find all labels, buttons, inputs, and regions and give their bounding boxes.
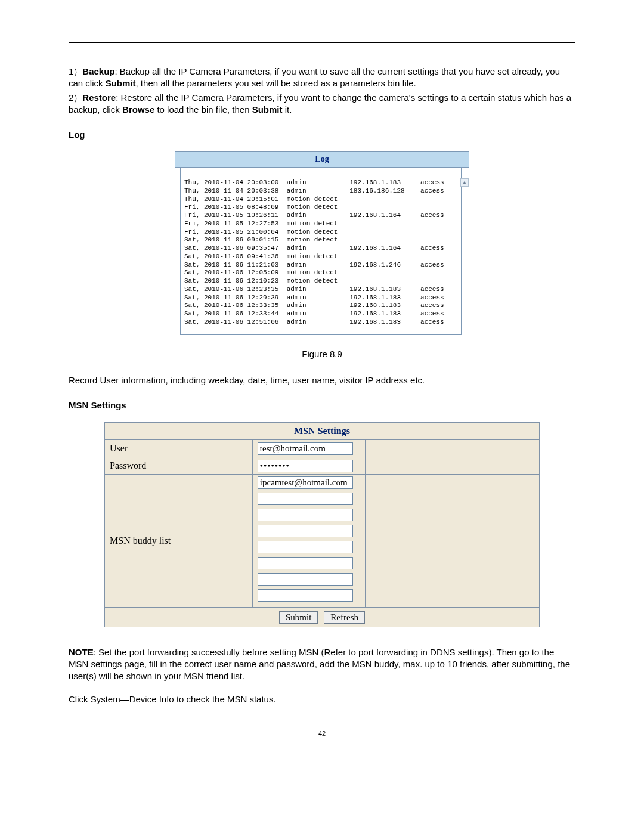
password-label: Password: [105, 457, 253, 474]
button-row: Submit Refresh: [105, 607, 540, 627]
spacer: [366, 474, 540, 607]
buddy-input-2[interactable]: [258, 509, 353, 521]
password-input[interactable]: [258, 460, 353, 472]
note-bold: NOTE: [69, 647, 94, 657]
buddy-input-1[interactable]: [258, 493, 353, 505]
buddy-list-cell: [252, 474, 366, 607]
spacer: [366, 457, 540, 474]
browse-bold: Browse: [122, 104, 154, 114]
backup-bold: Backup: [82, 66, 114, 76]
scroll-up-icon[interactable]: ▲: [460, 178, 469, 187]
spacer: [366, 439, 540, 457]
restore-bold: Restore: [82, 92, 116, 103]
log-description: Record User information, including weekd…: [69, 374, 575, 386]
figure-caption: Figure 8.9: [69, 348, 575, 360]
log-heading: Log: [69, 129, 575, 141]
log-panel: Log ▲ Thu, 2010-11-04 20:03:00 admin 192…: [175, 151, 469, 335]
buddy-input-7[interactable]: [258, 589, 353, 602]
buddy-input-0[interactable]: [258, 476, 353, 489]
restore-text-b: to load the bin file, then: [154, 104, 252, 114]
submit-button[interactable]: Submit: [279, 611, 318, 624]
submit-bold: Submit: [106, 78, 136, 88]
top-rule: [69, 42, 575, 43]
item-prefix: 2）: [69, 92, 82, 103]
submit-bold-2: Submit: [252, 104, 283, 114]
log-body: ▲ Thu, 2010-11-04 20:03:00 admin 192.168…: [175, 168, 469, 335]
refresh-button[interactable]: Refresh: [324, 611, 365, 624]
buddy-input-6[interactable]: [258, 573, 353, 586]
restore-paragraph: 2）Restore: Restore all the IP Camera Par…: [69, 92, 575, 116]
buddy-label: MSN buddy list: [105, 474, 253, 607]
backup-paragraph: 1）Backup: Backup all the IP Camera Param…: [69, 66, 575, 90]
log-textarea[interactable]: Thu, 2010-11-04 20:03:00 admin 192.168.1…: [180, 168, 462, 335]
user-input[interactable]: [258, 442, 353, 455]
log-title: Log: [175, 152, 469, 168]
restore-text-c: it.: [283, 104, 292, 114]
note-text1: : Set the port forwarding successfully b…: [69, 647, 570, 682]
msn-settings-panel: MSN Settings User Password MSN buddy lis…: [104, 422, 540, 627]
item-prefix: 1）: [69, 66, 82, 76]
msn-title: MSN Settings: [105, 423, 540, 440]
buddy-input-3[interactable]: [258, 525, 353, 537]
buddy-input-4[interactable]: [258, 541, 353, 553]
msn-heading: MSN Settings: [69, 400, 575, 411]
page-number: 42: [69, 729, 575, 738]
note-text2: Click System—Device Info to check the MS…: [69, 693, 575, 705]
backup-text-b: , then all the parameters you set will b…: [136, 78, 416, 88]
note-paragraph: NOTE: Set the port forwarding successful…: [69, 646, 575, 683]
buddy-input-5[interactable]: [258, 557, 353, 569]
user-label: User: [105, 439, 253, 457]
